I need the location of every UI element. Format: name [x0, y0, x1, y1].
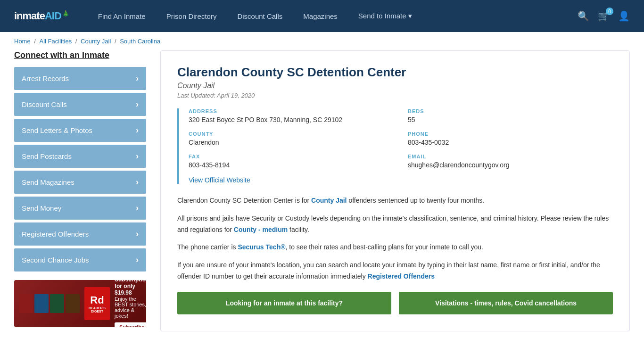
action-buttons: Looking for an inmate at this facility? …: [177, 292, 613, 314]
ad-cover-2: [34, 294, 49, 313]
ad-cover-3: [50, 294, 64, 313]
arrow-icon: ›: [136, 74, 139, 83]
sidebar-item-label: Arrest Records: [22, 74, 69, 82]
county-jail-link[interactable]: County Jail: [311, 197, 347, 204]
arrow-icon: ›: [136, 177, 139, 187]
email-label: EMAIL: [408, 154, 613, 159]
sidebar-item-send-postcards[interactable]: Send Postcards ›: [14, 145, 146, 168]
county-medium-link[interactable]: County - medium: [234, 226, 288, 233]
facility-description: Clarendon County SC Detention Center is …: [177, 195, 613, 282]
sidebar-item-arrest-records[interactable]: Arrest Records ›: [14, 67, 146, 90]
email-field: EMAIL shughes@clarendoncountygov.org: [408, 154, 613, 169]
phone-value: 803-435-0032: [408, 139, 613, 146]
sidebar-title: Connect with an Inmate: [14, 50, 146, 60]
search-icon[interactable]: 🔍: [578, 10, 589, 22]
user-icon[interactable]: 👤: [618, 10, 630, 22]
website-field: View Official Website: [189, 176, 613, 184]
breadcrumb-south-carolina[interactable]: South Carolina: [120, 38, 160, 45]
county-label: COUNTY: [189, 131, 394, 137]
arrow-icon: ›: [136, 255, 139, 265]
info-grid: ADDRESS 320 East Boyce St PO Box 730, Ma…: [177, 108, 613, 184]
logo[interactable]: inmateAID🎄: [14, 10, 69, 22]
find-inmate-button[interactable]: Looking for an inmate at this facility?: [177, 292, 391, 314]
sidebar-item-label: Registered Offenders: [22, 230, 89, 238]
sidebar-item-label: Discount Calls: [22, 100, 67, 108]
phone-label: PHONE: [408, 131, 613, 137]
sidebar-item-send-money[interactable]: Send Money ›: [14, 197, 146, 220]
sidebar-item-label: Send Money: [22, 204, 61, 212]
ad-subscribe-button[interactable]: Subscribe Now: [115, 322, 146, 327]
arrow-icon: ›: [136, 125, 139, 135]
ad-text: 1 Year Subscription for only $19.98 Enjo…: [115, 280, 146, 327]
ad-cover-4: [66, 294, 80, 313]
facility-type: County Jail: [177, 82, 613, 90]
fax-value: 803-435-8194: [189, 161, 394, 169]
sidebar-item-label: Send Letters & Photos: [22, 126, 92, 134]
sidebar-item-label: Second Chance Jobs: [22, 256, 89, 264]
nav-discount-calls[interactable]: Discount Calls: [227, 0, 293, 32]
facility-updated: Last Updated: April 19, 2020: [177, 92, 613, 99]
facility-name: Clarendon County SC Detention Center: [177, 65, 613, 80]
address-value: 320 East Boyce St PO Box 730, Manning, S…: [189, 116, 394, 123]
cart-icon[interactable]: 🛒 0: [598, 10, 610, 22]
email-value: shughes@clarendoncountygov.org: [408, 161, 613, 169]
main-container: Connect with an Inmate Arrest Records › …: [0, 50, 644, 350]
ad-banner[interactable]: Rd READER'S DIGEST 1 Year Subscription f…: [14, 280, 146, 327]
beds-label: BEDS: [408, 108, 613, 114]
sidebar-item-registered-offenders[interactable]: Registered Offenders ›: [14, 222, 146, 246]
sidebar-item-send-letters[interactable]: Send Letters & Photos ›: [14, 119, 146, 142]
facility-content: Clarendon County SC Detention Center Cou…: [160, 50, 630, 331]
website-link[interactable]: View Official Website: [189, 176, 250, 184]
nav-send-to-inmate[interactable]: Send to Inmate ▾: [348, 0, 422, 32]
address-field: ADDRESS 320 East Boyce St PO Box 730, Ma…: [189, 108, 394, 123]
ad-covers: [19, 294, 80, 313]
facility-card: Clarendon County SC Detention Center Cou…: [160, 50, 630, 331]
sidebar-item-second-chance-jobs[interactable]: Second Chance Jobs ›: [14, 248, 146, 272]
securus-link[interactable]: Securus Tech®: [238, 243, 285, 251]
county-value: Clarendon: [189, 139, 394, 146]
fax-field: FAX 803-435-8194: [189, 154, 394, 169]
ad-cover-1: [19, 294, 33, 313]
arrow-icon: ›: [136, 99, 139, 109]
beds-value: 55: [408, 116, 613, 123]
main-nav: Find An Inmate Prison Directory Discount…: [88, 0, 578, 32]
sidebar-item-send-magazines[interactable]: Send Magazines ›: [14, 171, 146, 194]
header-icons: 🔍 🛒 0 👤: [578, 10, 630, 22]
cart-badge: 0: [606, 8, 613, 15]
ad-logo: Rd READER'S DIGEST: [84, 287, 110, 320]
arrow-icon: ›: [136, 229, 139, 239]
breadcrumb-all-facilities[interactable]: All Facilities: [40, 38, 72, 45]
phone-field: PHONE 803-435-0032: [408, 131, 613, 146]
breadcrumb-county-jail[interactable]: County Jail: [81, 38, 111, 45]
sidebar-item-label: Send Postcards: [22, 152, 72, 160]
visitations-button[interactable]: Visitations - times, rules, Covid cancel…: [399, 292, 613, 314]
nav-prison-directory[interactable]: Prison Directory: [156, 0, 227, 32]
registered-offenders-link[interactable]: Registered Offenders: [368, 272, 435, 280]
breadcrumb: Home / All Facilities / County Jail / So…: [0, 32, 644, 50]
sidebar-item-label: Send Magazines: [22, 178, 74, 186]
nav-find-inmate[interactable]: Find An Inmate: [88, 0, 156, 32]
sidebar: Connect with an Inmate Arrest Records › …: [14, 50, 146, 331]
breadcrumb-home[interactable]: Home: [14, 38, 31, 45]
fax-label: FAX: [189, 154, 394, 159]
sidebar-item-discount-calls[interactable]: Discount Calls ›: [14, 93, 146, 116]
address-label: ADDRESS: [189, 108, 394, 114]
arrow-icon: ›: [136, 151, 139, 161]
header: inmateAID🎄 Find An Inmate Prison Directo…: [0, 0, 644, 32]
arrow-icon: ›: [136, 203, 139, 213]
beds-field: BEDS 55: [408, 108, 613, 123]
nav-magazines[interactable]: Magazines: [293, 0, 348, 32]
county-field: COUNTY Clarendon: [189, 131, 394, 146]
